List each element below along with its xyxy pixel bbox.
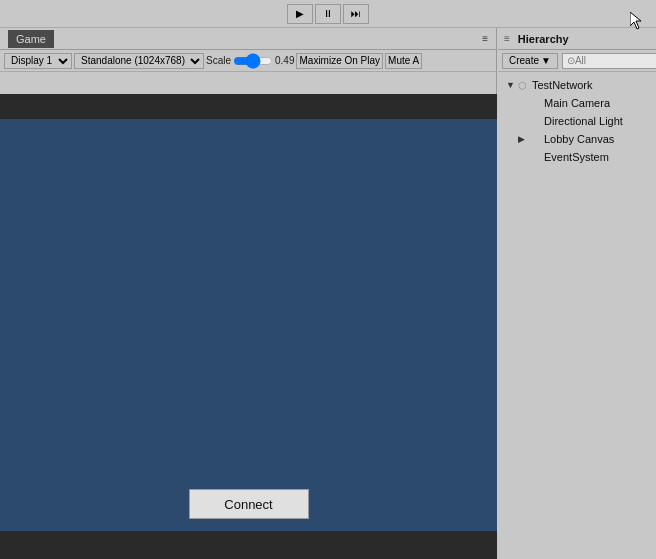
game-viewport: Connect	[0, 94, 497, 559]
resolution-select[interactable]: Standalone (1024x768)	[74, 53, 204, 69]
tree-arrow-maincamera	[518, 98, 530, 108]
hierarchy-title: Hierarchy	[518, 33, 569, 45]
tree-arrow-lobbycanvas: ▶	[518, 134, 530, 144]
tree-label-lobbycanvas: Lobby Canvas	[544, 133, 614, 145]
game-bottom-bar	[0, 531, 497, 559]
game-toolbar: Display 1 Standalone (1024x768) Scale 0.…	[0, 50, 496, 72]
hierarchy-item-lobbycanvas[interactable]: ▶ Lobby Canvas	[498, 130, 656, 148]
top-toolbar: ▶ ⏸ ⏭	[0, 0, 656, 28]
hierarchy-search-input[interactable]	[562, 53, 656, 69]
maximize-on-play-button[interactable]: Maximize On Play	[296, 53, 383, 69]
connect-button[interactable]: Connect	[189, 489, 309, 519]
tree-arrow-testnetwork: ▼	[506, 80, 518, 90]
scale-value: 0.49	[275, 55, 294, 66]
hierarchy-header: ≡ Hierarchy	[498, 28, 656, 50]
scale-slider[interactable]	[233, 56, 273, 66]
hierarchy-menu-icon[interactable]: ≡	[504, 33, 510, 44]
game-tab-menu-icon[interactable]: ≡	[482, 33, 488, 44]
tree-label-testnetwork: TestNetwork	[532, 79, 593, 91]
game-panel: Game ≡ Display 1 Standalone (1024x768) S…	[0, 28, 497, 559]
step-button[interactable]: ⏭	[343, 4, 369, 24]
tree-label-eventsystem: EventSystem	[544, 151, 609, 163]
tree-label-maincamera: Main Camera	[544, 97, 610, 109]
play-button[interactable]: ▶	[287, 4, 313, 24]
display-select[interactable]: Display 1	[4, 53, 72, 69]
pause-button[interactable]: ⏸	[315, 4, 341, 24]
hierarchy-item-testnetwork[interactable]: ▼ ⬡ TestNetwork	[498, 76, 656, 94]
game-tab-label[interactable]: Game	[8, 30, 54, 48]
hierarchy-item-eventsystem[interactable]: EventSystem	[498, 148, 656, 166]
hierarchy-panel: ≡ Hierarchy Create ▼ ▼ ⬡ TestNetwork Mai…	[498, 28, 656, 559]
game-tab: Game ≡	[0, 28, 496, 50]
game-content: Connect	[0, 119, 497, 559]
hierarchy-tree: ▼ ⬡ TestNetwork Main Camera Directional …	[498, 72, 656, 170]
tree-arrow-directionallight	[518, 116, 530, 126]
hierarchy-item-maincamera[interactable]: Main Camera	[498, 94, 656, 112]
create-button[interactable]: Create ▼	[502, 53, 558, 69]
hierarchy-toolbar: Create ▼	[498, 50, 656, 72]
tree-label-directionallight: Directional Light	[544, 115, 623, 127]
hierarchy-item-directionallight[interactable]: Directional Light	[498, 112, 656, 130]
scale-label: Scale	[206, 55, 231, 66]
tree-arrow-eventsystem	[518, 152, 530, 162]
tree-icon-testnetwork: ⬡	[518, 80, 532, 91]
mute-audio-button[interactable]: Mute A	[385, 53, 422, 69]
